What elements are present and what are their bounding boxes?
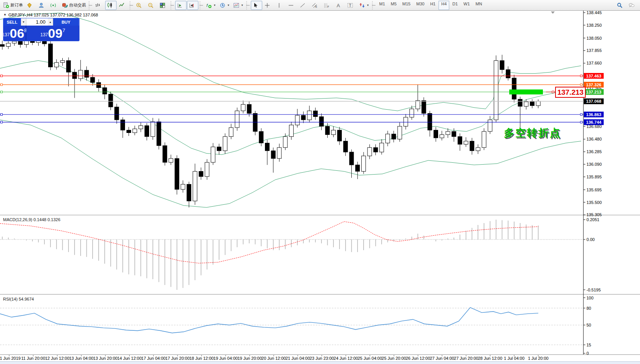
timeframe-d1[interactable]: D1 — [450, 1, 460, 10]
candle-body — [91, 77, 95, 82]
search-button[interactable] — [615, 1, 627, 10]
chart-background — [0, 11, 640, 364]
buy-price-pip: 7 — [62, 28, 65, 33]
signals-button[interactable] — [49, 1, 60, 10]
price-callout-label[interactable]: 137.213 — [555, 87, 586, 98]
horizontal-line-button[interactable] — [286, 1, 298, 10]
candle-body — [374, 147, 378, 152]
arrows-button[interactable]: ▼ — [357, 1, 371, 10]
level-anchor-handle[interactable] — [580, 113, 582, 115]
timeframe-h1[interactable]: H1 — [427, 1, 438, 10]
candle-body — [398, 126, 402, 139]
autotrading-button[interactable]: 自动交易 — [60, 1, 88, 10]
chat-button[interactable] — [627, 1, 638, 10]
level-anchor-handle[interactable] — [580, 84, 582, 86]
zoom-in-button[interactable] — [134, 1, 146, 10]
chevron-down-icon[interactable]: ▼ — [241, 4, 244, 6]
new-order-button[interactable]: 新订单 — [2, 1, 24, 10]
price-badge-label: 137.326 — [586, 83, 601, 87]
chat-icon — [629, 2, 635, 8]
highlight-rectangle[interactable] — [509, 89, 543, 94]
trade-panel-collapse-icon[interactable]: ▲ — [3, 13, 6, 16]
market-button[interactable] — [25, 1, 36, 10]
trendline-button[interactable] — [298, 1, 310, 10]
candle-body — [494, 61, 498, 120]
vertical-line-button[interactable] — [275, 1, 286, 10]
level-anchor-handle[interactable] — [1, 113, 3, 115]
line-chart-button[interactable] — [117, 1, 128, 10]
macd-axis-label: -0.5195 — [586, 288, 601, 292]
chart-annotation-text[interactable]: 多空转折点 — [504, 126, 561, 140]
candle-body — [380, 143, 384, 152]
chevron-down-icon[interactable]: ▼ — [367, 4, 369, 6]
crosshair-button[interactable] — [263, 1, 274, 10]
candle-body — [518, 99, 522, 107]
candle-body — [169, 159, 173, 162]
profile-button[interactable] — [37, 1, 48, 10]
fibonacci-button[interactable]: F — [322, 1, 333, 10]
autoscroll-icon — [177, 2, 183, 8]
text-label-button[interactable]: T — [346, 1, 357, 10]
candlestick-button[interactable] — [105, 1, 117, 10]
templates-button[interactable]: ▼ — [232, 1, 245, 10]
tile-windows-button[interactable] — [158, 1, 169, 10]
timeframe-w1[interactable]: W1 — [461, 1, 473, 10]
timeframe-mn[interactable]: MN — [473, 1, 485, 10]
volume-input[interactable]: 1.00 — [26, 18, 48, 26]
level-anchor-handle[interactable] — [1, 75, 3, 77]
rsi-axis-label: 0 — [586, 351, 589, 356]
buy-button[interactable]: BUY — [53, 18, 79, 26]
timeframe-m15[interactable]: M15 — [400, 1, 413, 10]
level-anchor-handle[interactable] — [1, 121, 3, 123]
time-axis-label: 19 Jun 20:00 — [237, 356, 262, 361]
candle-body — [356, 165, 360, 171]
svg-text:f: f — [206, 3, 208, 7]
chevron-down-icon[interactable]: ▼ — [213, 4, 216, 6]
toolbar-separator — [372, 1, 375, 10]
callout-anchor[interactable] — [552, 91, 554, 93]
zoom-out-button[interactable] — [146, 1, 158, 10]
volume-down-stepper[interactable]: ▼ — [21, 18, 26, 26]
svg-text:F: F — [327, 5, 329, 8]
timeframe-h4[interactable]: H4 — [439, 1, 449, 10]
autoscroll-button[interactable] — [175, 1, 187, 10]
level-anchor-handle[interactable] — [580, 75, 582, 77]
chevron-down-icon[interactable]: ▼ — [227, 4, 230, 6]
toolbar-separator — [200, 1, 203, 10]
price-axis-label: 135.695 — [586, 188, 602, 192]
equidistant-channel-button[interactable]: E — [310, 1, 322, 10]
time-axis-label: 20 Jun 12:00 — [262, 356, 286, 361]
time-axis-label: 1 Jul 04:00 — [504, 356, 525, 361]
candle-body — [325, 126, 330, 135]
price-axis-label: 136.480 — [586, 137, 602, 141]
candle-body — [181, 184, 185, 189]
level-anchor-handle[interactable] — [1, 84, 3, 86]
timeframe-m30[interactable]: M30 — [414, 1, 427, 10]
horizontal-line-icon — [288, 2, 294, 8]
volume-up-stepper[interactable]: ▲ — [48, 18, 53, 26]
level-anchor-handle[interactable] — [580, 121, 582, 123]
bar-chart-button[interactable] — [93, 1, 105, 10]
timeframe-m1[interactable]: M1 — [377, 1, 388, 10]
tile-windows-icon — [159, 2, 166, 8]
time-axis-label: 27 Jun 20:00 — [454, 356, 478, 361]
cursor-button[interactable] — [251, 1, 262, 10]
periods-button[interactable]: ▼ — [218, 1, 231, 10]
time-axis-label: 17 Jun 20:00 — [165, 356, 190, 361]
chart-shift-button[interactable] — [187, 1, 198, 10]
toolbar-separator — [130, 1, 133, 10]
candle-body — [404, 117, 408, 126]
sell-button[interactable]: SELL — [3, 18, 21, 26]
buy-price-main: 09 — [48, 28, 62, 39]
indicators-button[interactable]: f▼ — [204, 1, 218, 10]
candle-body — [97, 83, 101, 87]
autotrading-button-label: 自动交易 — [69, 2, 86, 8]
buy-price-display[interactable]: 137097 — [26, 26, 79, 40]
timeframe-m5[interactable]: M5 — [388, 1, 399, 10]
candle-body — [73, 72, 77, 79]
sell-price-display[interactable]: 137068 — [3, 26, 26, 40]
line-chart-icon — [119, 2, 125, 8]
level-anchor-handle[interactable] — [1, 91, 3, 93]
text-button[interactable]: A — [334, 1, 345, 10]
chart-canvas[interactable]: 138.445138.250138.050137.855137.660137.2… — [0, 0, 640, 364]
